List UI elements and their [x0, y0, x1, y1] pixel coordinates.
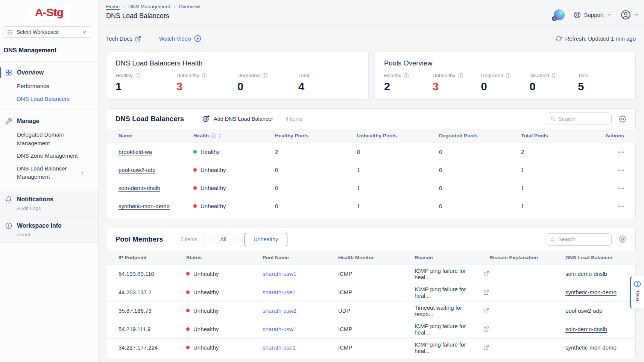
sidebar-item-dns-load-balancer-management[interactable]: DNS Load Balancer Management	[0, 164, 90, 181]
reason-text: Timeout waiting for respo...	[415, 304, 479, 317]
column-header-dns-load-balancer[interactable]: DNS Load Balancer	[565, 251, 636, 265]
user-menu[interactable]	[621, 10, 639, 20]
row-actions-button[interactable]: •••	[618, 186, 625, 191]
pool-name-link[interactable]: sharath-use1	[263, 289, 296, 295]
sidebar-item-notifications[interactable]: Notifications	[0, 195, 98, 204]
metric-label: Degraded	[237, 73, 298, 78]
status-filter-tab[interactable]: Unhealthy	[245, 233, 287, 246]
support-menu[interactable]: Support	[574, 11, 612, 18]
row-actions-button[interactable]: •••	[618, 204, 625, 209]
sidebar-item-workspace-info[interactable]: Workspace Info	[0, 222, 98, 230]
sidebar-item-overview[interactable]: Overview	[0, 68, 98, 77]
gear-icon	[619, 115, 626, 123]
pool-name-link[interactable]: sharath-usw2	[263, 307, 296, 314]
info-icon[interactable]	[202, 73, 207, 78]
chevron-down-icon	[607, 12, 612, 17]
info-icon[interactable]	[404, 73, 409, 78]
column-header-reason-explanation[interactable]: Reason Explanation	[489, 251, 565, 265]
external-link-icon[interactable]	[483, 289, 489, 295]
info-icon[interactable]	[135, 73, 140, 78]
status-filter-tab[interactable]: All	[202, 233, 245, 246]
reason-text: ICMP ping failure for heal...	[415, 268, 479, 280]
metric-value: 3	[176, 81, 237, 93]
external-link-icon[interactable]	[483, 271, 489, 277]
column-header-degraded-pools[interactable]: Degraded Pools	[439, 129, 521, 143]
sidebar-item-performance[interactable]: Performance	[0, 82, 90, 91]
add-dns-load-balancer-button[interactable]: Add DNS Load Balancer	[202, 115, 273, 123]
info-icon[interactable]	[262, 73, 267, 78]
column-header-status[interactable]: Status	[186, 251, 263, 265]
lb-name-link[interactable]: pool-usw2-udp	[118, 167, 155, 173]
workspace-selector[interactable]: Select Workspace	[3, 26, 91, 38]
dns-load-balancer-link[interactable]: pool-usw2-udp	[565, 307, 602, 314]
table-settings-button[interactable]	[619, 236, 626, 243]
column-header-ip-endpoint[interactable]: IP Endpoint	[106, 251, 186, 265]
grid-icon	[7, 29, 13, 35]
brand-logo-text: A-Stg	[35, 6, 63, 19]
external-link-icon[interactable]	[483, 307, 489, 314]
metric-label: Unhealthy	[176, 73, 237, 78]
avatar[interactable]	[554, 9, 565, 20]
sidebar-item-manage[interactable]: Manage	[0, 117, 98, 125]
info-icon	[5, 222, 12, 229]
column-header-pool-name[interactable]: Pool Name	[263, 251, 338, 265]
dns-load-balancer-link[interactable]: soln-demo-dnslb	[565, 271, 607, 277]
sidebar-item-dns-load-balancers[interactable]: DNS Load Balancers	[0, 95, 90, 103]
sidebar-item-label: Manage	[17, 118, 39, 125]
degraded-pools-value: 0	[439, 179, 521, 197]
ip-endpoint-value: 54.193.89.110	[106, 265, 186, 283]
external-link-icon[interactable]	[483, 326, 489, 332]
info-icon[interactable]	[506, 73, 511, 78]
column-header-health[interactable]: Health	[193, 129, 275, 143]
user-icon	[621, 10, 631, 20]
dns-load-balancer-link[interactable]: synthetic-mon-demo	[565, 344, 617, 351]
question-circle-icon	[634, 280, 641, 287]
external-link-icon[interactable]	[483, 344, 489, 351]
card-title: Pools Overview	[384, 59, 626, 67]
toolbar: Tech Docs Watch Video Refresh: Updated 1…	[106, 26, 636, 52]
main-area: Home › DNS Management › Overview DNS Loa…	[99, 0, 644, 362]
search-input[interactable]	[558, 236, 607, 242]
pool-name-link[interactable]: sharath-use1	[263, 344, 296, 351]
sidebar-item-delegated-domain-management[interactable]: Delegated Domain Management	[0, 131, 90, 148]
brand-logo[interactable]: A-Stg	[28, 5, 70, 20]
column-header-total-pools[interactable]: Total Pools	[521, 129, 603, 143]
column-header-unhealthy-pools[interactable]: Unhealthy Pools	[357, 129, 439, 143]
info-icon[interactable]	[458, 73, 463, 78]
breadcrumb-home-link[interactable]: Home	[106, 4, 120, 9]
table-settings-button[interactable]	[619, 115, 626, 123]
refresh-button[interactable]: Refresh: Updated 1 min ago	[556, 35, 636, 42]
column-header-health-monitor[interactable]: Health Monitor	[338, 251, 415, 265]
refresh-icon	[556, 36, 562, 42]
dns-load-balancer-link[interactable]: soln-demo-dnslb	[565, 326, 607, 332]
column-header-healthy-pools[interactable]: Healthy Pools	[275, 129, 357, 143]
pool-name-link[interactable]: sharath-usw1	[263, 326, 296, 332]
status-filter-tabs: All Unhealthy	[202, 233, 287, 246]
sidebar-item-audit-logs[interactable]: Audit Logs	[0, 205, 98, 211]
breadcrumb-separator: ›	[123, 4, 125, 9]
pool-name-link[interactable]: sharath-usw1	[263, 271, 296, 277]
sort-icon[interactable]	[218, 133, 222, 138]
sidebar-item-label: Notifications	[17, 196, 53, 203]
row-actions-button[interactable]: •••	[618, 168, 625, 173]
metric-label: Healthy	[384, 73, 433, 78]
lb-name-link[interactable]: brookfield-wa	[118, 149, 152, 155]
help-tab[interactable]: Help	[630, 276, 644, 309]
dns-load-balancer-link[interactable]: synthetic-mon-demo	[565, 289, 617, 295]
lifebuoy-icon	[574, 11, 581, 18]
sidebar-item-dns-zone-management[interactable]: DNS Zone Management	[0, 152, 90, 160]
total-pools-value: 1	[521, 161, 603, 179]
column-header-name[interactable]: Name	[106, 129, 193, 143]
tech-docs-link[interactable]: Tech Docs	[106, 35, 141, 42]
row-actions-button[interactable]: •••	[618, 150, 625, 155]
lb-name-link[interactable]: soln-demo-dnslb	[118, 185, 160, 191]
metric: Unhealthy 3	[433, 73, 481, 93]
sidebar-item-about[interactable]: About	[0, 232, 98, 237]
column-header-reason[interactable]: Reason	[415, 251, 489, 265]
support-label: Support	[584, 12, 604, 18]
lb-name-link[interactable]: synthetic-mon-demo	[118, 203, 170, 209]
info-icon[interactable]	[552, 73, 557, 78]
search-input[interactable]	[558, 116, 607, 122]
info-icon[interactable]	[211, 133, 216, 138]
watch-video-link[interactable]: Watch Video	[159, 35, 201, 42]
